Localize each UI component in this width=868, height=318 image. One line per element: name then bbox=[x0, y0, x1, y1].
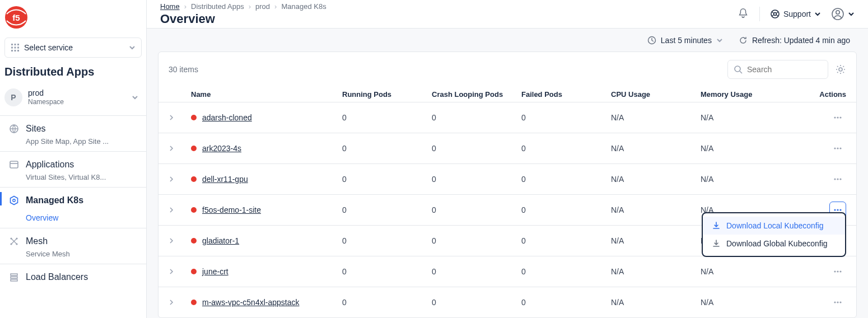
status-dot bbox=[191, 176, 197, 182]
svg-point-33 bbox=[837, 147, 838, 149]
sidebar-subitem-overview[interactable]: Overview bbox=[0, 208, 146, 222]
sidebar-item-load-balancers[interactable]: Load Balancers bbox=[0, 264, 146, 284]
cell-crash: 0 bbox=[432, 175, 521, 184]
row-name-link[interactable]: m-aws-vpc-c5n4xl-appstack bbox=[202, 298, 300, 307]
sidebar-item-sites[interactable]: Sites App Site Map, App Site ... bbox=[0, 116, 146, 152]
nav-title: Load Balancers bbox=[26, 272, 88, 282]
row-name-link[interactable]: ark2023-4s bbox=[202, 144, 241, 153]
cell-running: 0 bbox=[342, 298, 432, 307]
chevron-down-icon bbox=[132, 94, 138, 101]
support-label: Support bbox=[783, 10, 811, 18]
expand-toggle[interactable] bbox=[169, 113, 191, 122]
support-menu[interactable]: Support bbox=[770, 9, 821, 19]
svg-rect-6 bbox=[15, 47, 16, 49]
row-actions-button[interactable] bbox=[829, 140, 846, 157]
svg-rect-7 bbox=[17, 47, 19, 49]
svg-point-31 bbox=[839, 116, 841, 118]
table-row: ark2023-4s000N/AN/A bbox=[158, 133, 856, 163]
time-filter-label: Last 5 minutes bbox=[661, 36, 712, 45]
cell-crash: 0 bbox=[432, 267, 521, 276]
status-dot bbox=[191, 238, 197, 244]
refresh-status[interactable]: Refresh: Updated 4 min ago bbox=[739, 36, 850, 45]
namespace-selector[interactable]: P prod Namespace bbox=[0, 85, 146, 115]
menu-item-download-global[interactable]: Download Global Kubeconfig bbox=[703, 235, 845, 252]
expand-toggle[interactable] bbox=[169, 205, 191, 214]
breadcrumb: Home › Distributed Apps › prod › Managed… bbox=[160, 2, 737, 11]
breadcrumb-distributed-apps[interactable]: Distributed Apps bbox=[191, 2, 244, 11]
table-header: Name Running Pods Crash Looping Pods Fai… bbox=[158, 87, 856, 102]
breadcrumb-managed-k8s[interactable]: Managed K8s bbox=[281, 2, 326, 11]
table-body: adarsh-cloned000N/AN/Aark2023-4s000N/AN/… bbox=[158, 102, 856, 317]
col-cpu: CPU Usage bbox=[611, 90, 701, 99]
col-actions: Actions bbox=[790, 90, 846, 99]
row-name-link[interactable]: f5os-demo-1-site bbox=[202, 205, 261, 214]
expand-toggle[interactable] bbox=[169, 175, 191, 184]
sidebar-item-mesh[interactable]: Mesh Service Mesh bbox=[0, 228, 146, 264]
svg-point-27 bbox=[735, 66, 740, 72]
chevron-down-icon bbox=[129, 44, 136, 51]
svg-point-35 bbox=[834, 178, 836, 180]
svg-point-23 bbox=[773, 13, 776, 16]
row-name-link[interactable]: adarsh-cloned bbox=[202, 113, 252, 122]
cell-cpu: N/A bbox=[611, 113, 701, 122]
row-actions-button[interactable] bbox=[829, 263, 846, 280]
menu-item-download-local[interactable]: Download Local Kubeconfig bbox=[703, 217, 845, 235]
actions-menu: Download Local Kubeconfig Download Globa… bbox=[702, 212, 846, 257]
cell-cpu: N/A bbox=[611, 236, 701, 245]
svg-point-45 bbox=[837, 270, 838, 272]
cell-mem: N/A bbox=[701, 144, 790, 153]
expand-toggle[interactable] bbox=[169, 236, 191, 245]
cell-failed: 0 bbox=[521, 298, 611, 307]
user-menu[interactable] bbox=[831, 7, 855, 21]
cell-cpu: N/A bbox=[611, 144, 701, 153]
cell-crash: 0 bbox=[432, 298, 521, 307]
time-filter[interactable]: Last 5 minutes bbox=[647, 36, 723, 45]
svg-rect-20 bbox=[11, 277, 17, 278]
row-name-link[interactable]: dell-xr11-gpu bbox=[202, 175, 248, 184]
search-box bbox=[727, 60, 828, 79]
refresh-icon bbox=[739, 36, 748, 45]
service-select[interactable]: Select service bbox=[4, 38, 142, 58]
expand-toggle[interactable] bbox=[169, 144, 191, 153]
row-actions-button[interactable] bbox=[829, 294, 846, 311]
sidebar-item-managed-k8s[interactable]: Managed K8s Overview bbox=[0, 188, 146, 228]
svg-rect-4 bbox=[17, 44, 19, 45]
download-icon bbox=[712, 221, 721, 230]
svg-marker-13 bbox=[11, 197, 18, 205]
mesh-icon bbox=[9, 236, 19, 246]
notifications-icon[interactable] bbox=[737, 7, 749, 21]
sidebar-item-applications[interactable]: Applications Virtual Sites, Virtual K8..… bbox=[0, 152, 146, 188]
download-icon bbox=[712, 239, 721, 248]
item-count: 30 items bbox=[169, 65, 198, 74]
svg-point-47 bbox=[834, 301, 836, 303]
status-dot bbox=[191, 269, 197, 274]
svg-rect-10 bbox=[17, 50, 19, 52]
table-row: june-crt000N/AN/A bbox=[158, 256, 856, 287]
menu-item-label: Download Global Kubeconfig bbox=[726, 239, 828, 248]
row-actions-button[interactable] bbox=[829, 171, 846, 188]
filter-bar: Last 5 minutes Refresh: Updated 4 min ag… bbox=[147, 29, 868, 52]
col-mem: Memory Usage bbox=[701, 90, 790, 99]
svg-point-14 bbox=[13, 199, 15, 202]
status-dot bbox=[191, 115, 197, 120]
svg-rect-21 bbox=[11, 279, 17, 281]
sidebar: f5 Select service Distributed Apps P pro… bbox=[0, 0, 147, 318]
nav-sub: Virtual Sites, Virtual K8... bbox=[0, 172, 146, 181]
expand-toggle[interactable] bbox=[169, 267, 191, 276]
globe-icon bbox=[9, 124, 19, 134]
cell-running: 0 bbox=[342, 236, 432, 245]
row-name-link[interactable]: june-crt bbox=[202, 267, 228, 276]
row-name-link[interactable]: gladiator-1 bbox=[202, 236, 239, 245]
cell-crash: 0 bbox=[432, 205, 521, 214]
svg-rect-9 bbox=[15, 50, 16, 52]
cell-crash: 0 bbox=[432, 144, 521, 153]
cell-mem: N/A bbox=[701, 298, 790, 307]
settings-icon[interactable] bbox=[835, 64, 846, 75]
cell-crash: 0 bbox=[432, 236, 521, 245]
row-actions-button[interactable] bbox=[829, 109, 846, 126]
cell-crash: 0 bbox=[432, 113, 521, 122]
breadcrumb-prod[interactable]: prod bbox=[255, 2, 270, 11]
svg-point-44 bbox=[834, 270, 836, 272]
expand-toggle[interactable] bbox=[169, 298, 191, 307]
breadcrumb-home[interactable]: Home bbox=[160, 2, 180, 11]
